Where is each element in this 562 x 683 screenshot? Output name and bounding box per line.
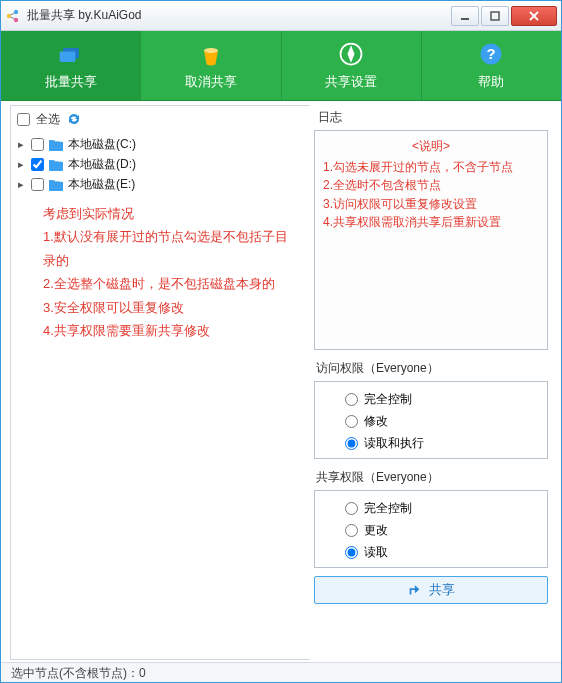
svg-text:?: ? xyxy=(487,46,496,62)
node-label: 本地磁盘(D:) xyxy=(68,156,136,173)
share-option-full[interactable]: 完全控制 xyxy=(345,497,541,519)
minimize-button[interactable] xyxy=(451,6,479,26)
access-option-full[interactable]: 完全控制 xyxy=(345,388,541,410)
left-pane: 全选 ▸ 本地磁盘(C:) ▸ 本地磁盘(D:) xyxy=(10,105,310,660)
log-title: 日志 xyxy=(310,105,552,130)
radio[interactable] xyxy=(345,524,358,537)
node-label: 本地磁盘(E:) xyxy=(68,176,135,193)
folder-icon xyxy=(48,137,64,151)
option-label: 完全控制 xyxy=(364,500,412,517)
share-button-label: 共享 xyxy=(429,581,455,599)
app-window: 批量共享 by.KuAiGod 批量共享 取消共享 共享设置 ? xyxy=(0,0,562,683)
right-pane: 日志 <说明> 1.勾选未展开过的节点，不含子节点 2.全选时不包含根节点 3.… xyxy=(310,105,552,660)
option-label: 修改 xyxy=(364,413,388,430)
maximize-button[interactable] xyxy=(481,6,509,26)
help-icon: ? xyxy=(477,40,505,68)
log-line: 4.共享权限需取消共享后重新设置 xyxy=(323,213,539,232)
svg-point-7 xyxy=(204,48,218,53)
notes-line: 2.全选整个磁盘时，是不包括磁盘本身的 xyxy=(43,272,296,295)
access-box: 完全控制 修改 读取和执行 xyxy=(314,381,548,459)
share-perm-group: 共享权限（Everyone） 完全控制 更改 读取 xyxy=(314,465,548,568)
statusbar: 选中节点(不含根节点)：0 xyxy=(1,662,561,682)
share-box: 完全控制 更改 读取 xyxy=(314,490,548,568)
share-option-read[interactable]: 读取 xyxy=(345,541,541,563)
tree-node-c[interactable]: ▸ 本地磁盘(C:) xyxy=(15,134,306,154)
option-label: 更改 xyxy=(364,522,388,539)
drive-tree: ▸ 本地磁盘(C:) ▸ 本地磁盘(D:) ▸ 本地磁盘(E:) xyxy=(11,132,310,659)
tab-label: 共享设置 xyxy=(325,73,377,91)
share-icon xyxy=(407,583,421,597)
share-title: 共享权限（Everyone） xyxy=(314,465,548,490)
expand-icon[interactable]: ▸ xyxy=(15,138,27,151)
select-all-checkbox[interactable] xyxy=(17,113,30,126)
node-label: 本地磁盘(C:) xyxy=(68,136,136,153)
select-all-row: 全选 xyxy=(11,106,310,132)
radio[interactable] xyxy=(345,415,358,428)
close-button[interactable] xyxy=(511,6,557,26)
tab-batch-share[interactable]: 批量共享 xyxy=(1,31,141,100)
log-box: <说明> 1.勾选未展开过的节点，不含子节点 2.全选时不包含根节点 3.访问权… xyxy=(314,130,548,350)
node-checkbox[interactable] xyxy=(31,178,44,191)
notes-line: 4.共享权限需要重新共享修改 xyxy=(43,319,296,342)
folder-icon xyxy=(48,157,64,171)
tab-share-settings[interactable]: 共享设置 xyxy=(282,31,422,100)
access-title: 访问权限（Everyone） xyxy=(314,356,548,381)
radio[interactable] xyxy=(345,437,358,450)
left-notes: 考虑到实际情况 1.默认没有展开过的节点勾选是不包括子目录的 2.全选整个磁盘时… xyxy=(15,194,306,342)
select-all-label: 全选 xyxy=(36,111,60,128)
notes-line: 3.安全权限可以重复修改 xyxy=(43,296,296,319)
radio[interactable] xyxy=(345,502,358,515)
expand-icon[interactable]: ▸ xyxy=(15,178,27,191)
radio[interactable] xyxy=(345,546,358,559)
log-line: 3.访问权限可以重复修改设置 xyxy=(323,195,539,214)
access-option-readexec[interactable]: 读取和执行 xyxy=(345,432,541,454)
folders-icon xyxy=(57,40,85,68)
trash-icon xyxy=(197,40,225,68)
notes-line: 1.默认没有展开过的节点勾选是不包括子目录的 xyxy=(43,225,296,272)
tab-label: 批量共享 xyxy=(45,73,97,91)
access-perm-group: 访问权限（Everyone） 完全控制 修改 读取和执行 xyxy=(314,356,548,459)
status-text: 选中节点(不含根节点)：0 xyxy=(11,666,146,680)
option-label: 完全控制 xyxy=(364,391,412,408)
body: 全选 ▸ 本地磁盘(C:) ▸ 本地磁盘(D:) xyxy=(1,101,561,662)
titlebar: 批量共享 by.KuAiGod xyxy=(1,1,561,31)
folder-icon xyxy=(48,177,64,191)
tab-label: 取消共享 xyxy=(185,73,237,91)
option-label: 读取 xyxy=(364,544,388,561)
toolbar: 批量共享 取消共享 共享设置 ? 帮助 xyxy=(1,31,561,101)
refresh-button[interactable] xyxy=(66,111,82,127)
node-checkbox[interactable] xyxy=(31,138,44,151)
app-icon xyxy=(5,8,21,24)
access-option-modify[interactable]: 修改 xyxy=(345,410,541,432)
svg-rect-3 xyxy=(461,18,469,20)
tree-node-e[interactable]: ▸ 本地磁盘(E:) xyxy=(15,174,306,194)
tab-help[interactable]: ? 帮助 xyxy=(422,31,561,100)
notes-title: 考虑到实际情况 xyxy=(43,202,296,225)
expand-icon[interactable]: ▸ xyxy=(15,158,27,171)
radio[interactable] xyxy=(345,393,358,406)
tab-cancel-share[interactable]: 取消共享 xyxy=(141,31,281,100)
compass-icon xyxy=(337,40,365,68)
log-header: <说明> xyxy=(323,137,539,156)
window-title: 批量共享 by.KuAiGod xyxy=(27,7,449,24)
log-line: 2.全选时不包含根节点 xyxy=(323,176,539,195)
svg-rect-6 xyxy=(59,51,75,62)
log-line: 1.勾选未展开过的节点，不含子节点 xyxy=(323,158,539,177)
share-button[interactable]: 共享 xyxy=(314,576,548,604)
share-option-change[interactable]: 更改 xyxy=(345,519,541,541)
tab-label: 帮助 xyxy=(478,73,504,91)
node-checkbox[interactable] xyxy=(31,158,44,171)
svg-rect-4 xyxy=(491,12,499,20)
tree-node-d[interactable]: ▸ 本地磁盘(D:) xyxy=(15,154,306,174)
option-label: 读取和执行 xyxy=(364,435,424,452)
